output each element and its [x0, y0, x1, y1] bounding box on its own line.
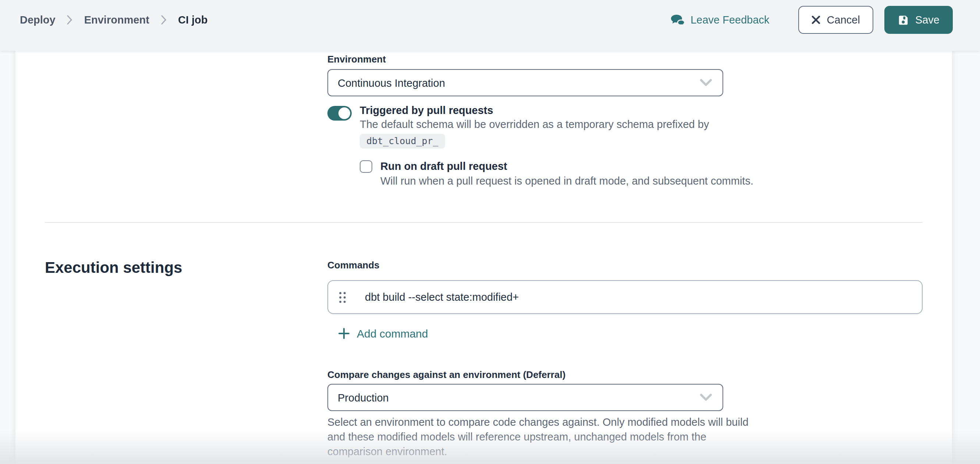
leave-feedback-link[interactable]: Leave Feedback	[670, 14, 769, 26]
ci-job-settings-page: Deploy Environment CI job	[0, 0, 980, 464]
breadcrumb-deploy[interactable]: Deploy	[20, 14, 56, 26]
section-divider	[45, 222, 923, 223]
chevron-down-icon	[700, 393, 712, 402]
cancel-label: Cancel	[827, 14, 860, 26]
deferral-field-label: Compare changes against an environment (…	[328, 369, 565, 380]
draft-pr-description: Will run when a pull request is opened i…	[380, 175, 753, 187]
breadcrumb-environment[interactable]: Environment	[84, 14, 150, 26]
draft-pr-label: Run on draft pull request	[380, 160, 753, 172]
close-icon	[811, 16, 820, 24]
environment-field-label: Environment	[328, 54, 386, 65]
add-command-button[interactable]: Add command	[339, 327, 428, 340]
execution-settings-heading: Execution settings	[45, 259, 182, 276]
deferral-help-text: Select an environment to compare code ch…	[328, 415, 749, 459]
pr-trigger-label: Triggered by pull requests	[360, 105, 709, 116]
save-button[interactable]: Save	[885, 6, 953, 34]
command-input-row[interactable]: dbt build --select state:modified+	[328, 280, 923, 314]
header: Deploy Environment CI job	[0, 0, 980, 51]
deferral-select[interactable]: Production	[328, 384, 723, 411]
save-label: Save	[915, 14, 940, 26]
drag-handle-icon[interactable]	[339, 291, 347, 304]
breadcrumb: Deploy Environment CI job	[20, 14, 208, 26]
header-actions: Leave Feedback Cancel	[670, 6, 953, 34]
schema-prefix-code: dbt_cloud_pr_	[360, 134, 445, 149]
pr-trigger-toggle[interactable]	[328, 106, 352, 121]
environment-select[interactable]: Continuous Integration	[328, 69, 723, 96]
draft-pr-checkbox[interactable]	[360, 160, 372, 173]
toggle-knob	[339, 107, 350, 119]
add-command-label: Add command	[357, 327, 428, 340]
chevron-right-icon	[161, 15, 167, 25]
pr-trigger-row: Triggered by pull requests The default s…	[328, 105, 709, 130]
save-disk-icon	[897, 14, 908, 25]
draft-pr-row: Run on draft pull request Will run when …	[360, 160, 753, 187]
breadcrumb-ci-job: CI job	[178, 14, 208, 26]
leave-feedback-label: Leave Feedback	[690, 14, 769, 26]
chat-bubbles-icon	[670, 14, 685, 26]
chevron-right-icon	[67, 15, 73, 25]
command-value[interactable]: dbt build --select state:modified+	[365, 291, 519, 303]
pr-trigger-description: The default schema will be overridden as…	[360, 118, 709, 130]
cancel-button[interactable]: Cancel	[798, 6, 873, 34]
chevron-down-icon	[700, 79, 712, 87]
deferral-select-value: Production	[338, 392, 389, 403]
commands-label: Commands	[328, 260, 380, 271]
environment-select-value: Continuous Integration	[338, 77, 445, 89]
plus-icon	[339, 328, 350, 339]
